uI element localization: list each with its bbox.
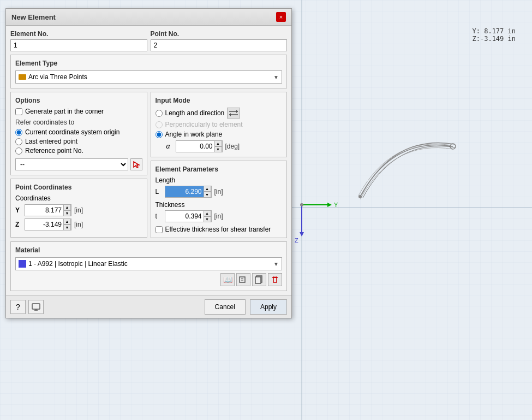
svg-marker-13 — [134, 162, 139, 168]
point-coordinates-section: Point Coordinates Coordinates Y ▲ ▼ [in] — [10, 179, 147, 238]
svg-text:Z: Z — [295, 237, 298, 244]
length-spinner: ▲ ▼ — [165, 186, 212, 198]
z-spin-up[interactable]: ▲ — [63, 218, 71, 224]
coordinates-label: Coordinates — [15, 194, 142, 202]
monitor-icon — [32, 303, 40, 311]
element-no-group: Element No. — [10, 30, 147, 51]
element-params-title: Element Parameters — [156, 165, 283, 173]
svg-text:Y: Y — [334, 202, 338, 208]
current-coord-label: Current coordinate system origin — [25, 128, 119, 136]
switch-button[interactable] — [227, 108, 240, 119]
point-coords-title: Point Coordinates — [15, 184, 142, 191]
point-no-label: Point No. — [151, 30, 288, 38]
alpha-input[interactable] — [176, 141, 214, 152]
l-label: L — [156, 188, 162, 196]
z-input[interactable] — [25, 219, 63, 230]
alpha-spinner: ▲ ▼ — [176, 140, 223, 152]
length-input[interactable] — [165, 186, 204, 197]
generate-part-checkbox[interactable] — [15, 108, 22, 115]
status-display: Y: 8.177 in Z:-3.149 in — [473, 27, 516, 43]
y-spin-up[interactable]: ▲ — [63, 204, 71, 210]
z-unit: [in] — [74, 221, 83, 228]
element-type-dropdown[interactable]: Arc via Three Points ▼ — [15, 70, 282, 84]
point-no-input[interactable] — [151, 39, 288, 51]
thickness-spin-down[interactable]: ▼ — [204, 216, 211, 222]
element-no-input[interactable] — [10, 39, 147, 51]
length-direction-radio[interactable] — [156, 110, 163, 117]
left-column: Options Generate part in the corner Refe… — [10, 92, 147, 238]
alpha-row: α ▲ ▼ [deg] — [156, 140, 283, 152]
angle-plane-row: Angle in work plane — [156, 131, 283, 138]
copy-icon — [255, 275, 264, 284]
reference-dropdown[interactable]: -- — [15, 158, 128, 170]
z-spin-down[interactable]: ▼ — [63, 224, 71, 230]
material-dropdown[interactable]: 1 - A992 | Isotropic | Linear Elastic ▼ — [15, 257, 282, 270]
alpha-unit: [deg] — [225, 143, 240, 150]
material-title: Material — [15, 246, 282, 254]
shear-checkbox[interactable] — [156, 226, 163, 233]
dialog-titlebar: New Element × — [6, 9, 291, 26]
y-input[interactable] — [25, 205, 63, 216]
svg-rect-24 — [273, 277, 277, 282]
alpha-label: α — [166, 143, 173, 150]
new-element-dialog: New Element × Element No. Point No. Elem… — [5, 8, 292, 318]
dialog-body: Element No. Point No. Element Type Arc v… — [6, 26, 291, 295]
length-spin-up[interactable]: ▲ — [204, 186, 211, 192]
angle-plane-radio[interactable] — [156, 131, 163, 138]
material-delete-button[interactable] — [268, 273, 282, 286]
svg-point-12 — [300, 203, 303, 206]
thickness-spinner-btns: ▲ ▼ — [204, 210, 211, 222]
element-type-label: Element Type — [15, 60, 282, 67]
cursor-icon — [133, 161, 140, 168]
main-content-row: Options Generate part in the corner Refe… — [10, 92, 287, 238]
angle-plane-label: Angle in work plane — [165, 131, 223, 138]
current-coord-radio[interactable] — [15, 129, 22, 136]
svg-rect-22 — [255, 277, 261, 283]
ref-point-label: Reference point No. — [25, 147, 83, 155]
perp-element-row: Perpendicularly to element — [156, 121, 283, 128]
input-mode-title: Input Mode — [156, 97, 283, 104]
edit-icon — [239, 275, 248, 284]
settings-button[interactable] — [28, 300, 44, 314]
toolbar-icons: ? — [10, 300, 44, 314]
close-button[interactable]: × — [276, 12, 286, 22]
material-edit-button[interactable] — [236, 273, 250, 286]
length-row: L ▲ ▼ [in] — [156, 186, 283, 198]
material-arrow: ▼ — [273, 261, 279, 267]
ref-point-button[interactable] — [130, 158, 142, 170]
last-point-radio[interactable] — [15, 138, 22, 145]
perp-element-label: Perpendicularly to element — [165, 121, 243, 128]
generate-part-row: Generate part in the corner — [15, 108, 142, 115]
svg-rect-27 — [32, 304, 40, 309]
apply-button[interactable]: Apply — [250, 299, 287, 315]
shear-row: Effective thickness for shear transfer — [156, 226, 283, 233]
element-type-icon — [19, 74, 26, 80]
material-toolbar: 📖 — [15, 273, 282, 286]
material-value: 1 - A992 | Isotropic | Linear Elastic — [28, 260, 271, 268]
thickness-spin-up[interactable]: ▲ — [204, 210, 211, 216]
generate-part-label: Generate part in the corner — [25, 108, 104, 115]
element-no-label: Element No. — [10, 30, 147, 38]
thickness-input[interactable] — [165, 211, 204, 222]
y-spinner-btns: ▲ ▼ — [63, 204, 71, 216]
length-spinner-btns: ▲ ▼ — [204, 186, 211, 198]
dialog-title: New Element — [11, 13, 56, 21]
svg-marker-17 — [229, 113, 231, 116]
length-spin-down[interactable]: ▼ — [204, 192, 211, 198]
right-column: Input Mode Length and direction — [151, 92, 288, 238]
y-spinner: ▲ ▼ — [25, 204, 71, 216]
help-button[interactable]: ? — [10, 300, 26, 314]
cancel-button[interactable]: Cancel — [205, 299, 246, 315]
alpha-spin-down[interactable]: ▼ — [214, 146, 222, 152]
alpha-spin-up[interactable]: ▲ — [214, 140, 222, 146]
svg-marker-15 — [236, 110, 238, 113]
options-section: Options Generate part in the corner Refe… — [10, 92, 147, 175]
t-label: t — [156, 212, 162, 220]
bottom-toolbar: ? Cancel Apply — [6, 295, 291, 318]
material-copy-button[interactable] — [252, 273, 266, 286]
y-spin-down[interactable]: ▼ — [63, 210, 71, 216]
perp-element-radio[interactable] — [156, 121, 163, 128]
material-book-button[interactable]: 📖 — [220, 273, 235, 286]
ref-point-radio[interactable] — [15, 147, 22, 155]
z-spinner-btns: ▲ ▼ — [63, 218, 71, 230]
